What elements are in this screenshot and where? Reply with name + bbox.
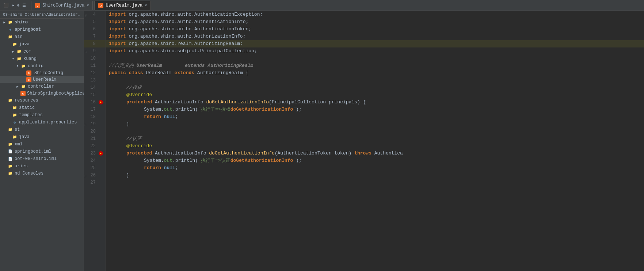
import-path: org.apache.shiro.authz.AuthorizationInfo… [129,33,246,40]
sidebar-item-resources[interactable]: 📁 resources [0,97,84,104]
sidebar-label-config: config [28,64,43,69]
folder-icon: 📁 [7,163,13,169]
sidebar-item-app[interactable]: C ShiroSpringbootApplication [0,90,84,97]
sidebar-item-static[interactable]: 📁 static [0,104,84,111]
fold-marker-4[interactable]: ▽ [85,12,87,19]
params: (PrincipalCollection principals) { [269,99,366,106]
keyword: public [109,69,129,77]
code-line-13 [106,77,644,84]
sidebar-item-consoles[interactable]: 📁 nd Consoles [0,170,84,177]
tab-user-realm-close[interactable]: × [145,4,147,8]
comment-bold2: extends AuthorizingRealm [185,62,253,69]
sidebar-item-springbootiml[interactable]: 📄 springboot.iml [0,148,84,155]
gutter-row-11: 11 [84,62,106,69]
sidebar-item-iml08[interactable]: 📄 oot-08-shiro.iml [0,155,84,163]
folder-icon: 📁 [7,127,13,133]
fold-col-23: ▶ □ [97,151,104,156]
method-name: doGetAuthorizationInfo [206,99,269,106]
sidebar-item-java[interactable]: 📁 java [0,41,84,48]
class-icon: C [26,77,31,82]
tab-user-realm[interactable]: J UserRealm.java × [94,1,151,10]
code-line-22: @Override [106,142,644,150]
sidebar-item-templates[interactable]: 📁 templates [0,111,84,119]
keyword: extends [174,69,197,77]
return-type2: AuthenticationInfo [155,150,209,157]
icon-menu[interactable]: ☰ [22,2,27,8]
gutter-row-20: 20 [84,128,106,135]
breakpoint-23[interactable]: ▶ [99,151,103,156]
line-gutter: 4 ▽ 5 6 7 [84,11,106,271]
line-num-14: 14 [84,84,97,91]
code-line-20 [106,128,644,135]
sidebar-item-springboot[interactable]: ◈ springboot [0,26,84,33]
gutter-row-19: 19 □ [84,121,106,128]
iml-icon2: 📄 [7,156,13,162]
title-bar: ⬛ ❖ ⊕ ☰ J ShiroConfig.java × J UserRealm… [0,0,644,11]
comment-bold: UserRealm [136,62,162,69]
sidebar-label-com: com [23,49,31,54]
arrow-icon: ▶ [10,50,16,54]
sidebar-label-shiro: shiro [15,20,28,25]
sidebar-item-com[interactable]: ▶ 📁 com [0,48,84,55]
method-name2: doGetAuthenticationInfo [209,150,274,157]
gutter-row-10: 10 [84,55,106,62]
icon-build[interactable]: ❖ [11,2,15,8]
sidebar-item-st[interactable]: 📁 st [0,126,84,133]
sidebar-item-controller[interactable]: ▶ 📁 controller [0,83,84,90]
code-content[interactable]: import org.apache.shiro.authc.Authentica… [106,11,644,271]
folder-icon: 📁 [12,112,18,118]
sidebar-item-config[interactable]: ▼ 📁 config [0,62,84,70]
tab-shiro-config-close[interactable]: × [87,4,89,8]
folder-icon: 📁 [12,105,18,111]
gutter-row-4: 4 ▽ [84,11,106,18]
line-num-19: 19 □ [84,121,97,128]
gutter-row-14: 14 [84,84,106,91]
code-line-27 [106,179,644,186]
icon-settings[interactable]: ⬛ [3,2,9,8]
annotation2: @Override [126,142,152,150]
tab-shiro-config-label: ShiroConfig.java [42,3,84,8]
sidebar-item-xml[interactable]: 📁 xml [0,141,84,148]
class-icon: C [26,70,31,76]
fold-icon-23[interactable]: □ [103,150,105,157]
code-line-10 [106,55,644,62]
keyword: protected [126,99,155,106]
sidebar-item-appprops[interactable]: ⚙ application.properties [0,119,84,126]
import-path: org.apache.shiro.subject.PrincipalCollec… [129,47,257,55]
fold-marker-19[interactable]: □ [84,122,86,129]
code-line-9: import org.apache.shiro.subject.Principa… [106,47,644,55]
line-num-5: 5 [84,18,97,26]
icon-run[interactable]: ⊕ [16,2,20,8]
sidebar-label-main: ain [15,34,23,39]
fold-icon-16[interactable]: □ [103,99,105,106]
line-num-23: 23 [84,150,97,157]
fold-marker-9[interactable]: □ [85,49,87,56]
breakpoint-16[interactable]: ▶ [99,100,103,104]
code-line-11: //自定义的 UserRealm extends AuthorizingReal… [106,62,644,69]
editor-area[interactable]: 4 ▽ 5 6 7 [84,11,644,271]
sidebar-item-shiroconfig[interactable]: C ShiroConfig [0,70,84,76]
keyword: class [129,69,146,77]
fold-marker-26[interactable]: □ [84,173,86,180]
sidebar-item-kuang[interactable]: ▼ 📁 kuang [0,55,84,62]
code-line-25: return null; [106,164,644,172]
folder-icon: 📁 [7,98,13,103]
tab-shiro-config[interactable]: J ShiroConfig.java × [31,1,93,10]
sidebar-label-kuang: kuang [23,56,37,61]
sidebar-item-shiro[interactable]: ▶ 📁 shiro [0,19,84,26]
line-num-11: 11 [84,62,97,69]
system: System. [144,106,164,113]
line-num-20: 20 [84,128,97,135]
sidebar-item-java2[interactable]: 📁 java [0,133,84,141]
sidebar-item-userrealm[interactable]: C UserRealm [0,76,84,83]
sidebar-item-main[interactable]: 📁 ain [0,33,84,41]
bp-arrow-23: ▶ [100,150,102,157]
sidebar-item-aries[interactable]: 📁 aries [0,163,84,170]
return-type: AuthorizationInfo [155,99,206,106]
breadcrumb: 08-shiro C:\Users\Administrator\Desktop\… [0,11,84,19]
println2: .println( [172,157,198,164]
folder-icon: 📁 [16,56,22,62]
keyword: import [109,18,129,26]
sidebar-label-controller: controller [28,84,54,89]
class-icon: C [20,91,26,96]
